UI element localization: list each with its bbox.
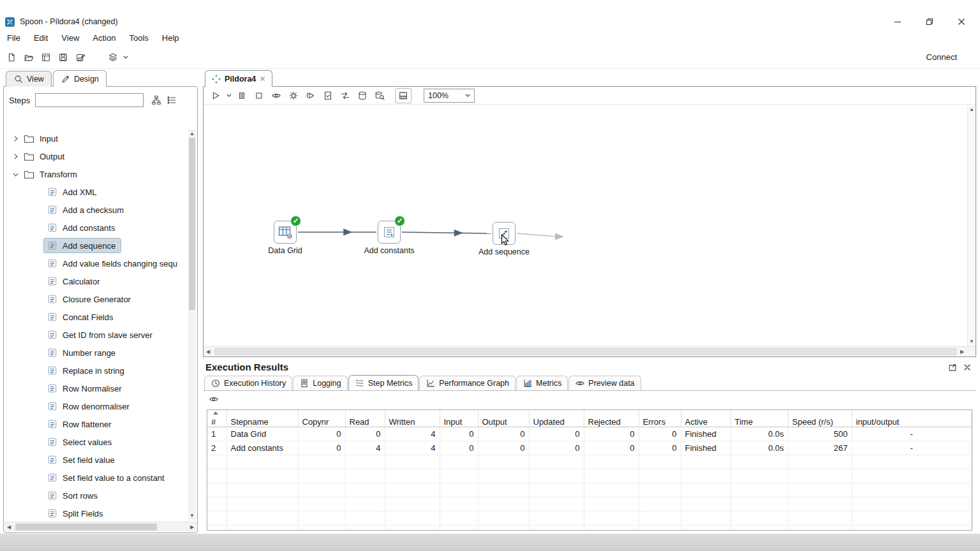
perspectives-caret-icon[interactable] (121, 49, 130, 66)
column-copynr[interactable]: Copynr (298, 410, 345, 427)
verify-button[interactable] (320, 88, 336, 103)
column-read[interactable]: Read (345, 410, 385, 427)
close-tab-icon[interactable] (260, 76, 265, 82)
column-updated[interactable]: Updated (529, 410, 584, 427)
chevron-down-icon[interactable] (11, 170, 20, 179)
perspectives-button[interactable] (104, 49, 121, 66)
debug-button[interactable] (285, 88, 302, 103)
save-as-button[interactable] (71, 49, 89, 66)
tree-item-sort-rows[interactable]: Sort rows (4, 487, 188, 504)
menu-file[interactable]: File (5, 32, 22, 44)
sidebar-vertical-scrollbar[interactable]: ▲ ▼ (188, 129, 196, 520)
step-node-add-constants[interactable]: ✓Add constants (360, 221, 418, 255)
column-output[interactable]: Output (478, 410, 529, 427)
scroll-down-icon[interactable]: ▼ (188, 511, 197, 520)
column-rejected[interactable]: Rejected (584, 410, 639, 427)
tree-item-replace-in-string[interactable]: Replace in string (4, 362, 188, 379)
tree-item-add-sequence[interactable]: Add sequence (4, 237, 188, 254)
metrics-row[interactable]: 2Add constants04400000Finished0.0s267- (207, 441, 972, 455)
scroll-right-icon[interactable]: ▶ (958, 348, 967, 356)
tree-item-get-id-from-slave-server[interactable]: Get ID from slave server (4, 326, 188, 344)
column-active[interactable]: Active (681, 410, 731, 427)
menu-view[interactable]: View (59, 32, 81, 44)
run-options-button[interactable] (225, 88, 233, 103)
scrollbar-thumb[interactable] (189, 138, 195, 310)
chevron-right-icon[interactable] (11, 152, 20, 161)
tree-item-concat-fields[interactable]: Concat Fields (4, 308, 188, 326)
results-tab-preview-data[interactable]: Preview data (568, 376, 641, 390)
tree-view-icon[interactable] (151, 95, 161, 105)
results-tab-execution-history[interactable]: Execution History (204, 376, 292, 390)
menu-edit[interactable]: Edit (32, 32, 50, 44)
column-errors[interactable]: Errors (639, 410, 681, 427)
column-[interactable]: # (207, 410, 226, 427)
show-results-button[interactable] (395, 88, 412, 103)
step-node-data-grid[interactable]: ✓Data Grid (256, 221, 314, 255)
results-maximize-icon[interactable] (947, 362, 958, 372)
connect-button[interactable]: Connect (926, 52, 957, 62)
tree-item-add-xml[interactable]: Add XML (4, 183, 188, 201)
explore-db-button[interactable] (371, 88, 388, 103)
column-written[interactable]: Written (385, 410, 440, 427)
tree-item-row-denormaliser[interactable]: Row denormaliser (4, 397, 188, 415)
tree-item-add-value-fields-changing-sequ[interactable]: Add value fields changing sequ (4, 254, 188, 272)
results-close-icon[interactable] (962, 362, 972, 372)
zoom-select[interactable]: 100% (424, 89, 475, 103)
restore-button[interactable] (914, 13, 946, 31)
tree-item-add-a-checksum[interactable]: Add a checksum (4, 201, 188, 219)
menu-tools[interactable]: Tools (127, 32, 150, 44)
tree-item-select-values[interactable]: Select values (4, 433, 188, 451)
step-node-box[interactable]: ✓ (378, 221, 401, 244)
results-tab-step-metrics[interactable]: Step Metrics (348, 375, 419, 390)
tree-item-calculator[interactable]: Calculator (4, 272, 188, 290)
open-file-button[interactable] (20, 49, 37, 66)
results-tab-logging[interactable]: Logging (293, 376, 348, 390)
sidebar-tab-design[interactable]: Design (53, 70, 107, 87)
column-stepname[interactable]: Stepname (226, 410, 298, 427)
step-node-box[interactable]: ✓ (274, 221, 297, 244)
tree-folder-output[interactable]: Output (4, 147, 188, 165)
preview-button[interactable] (268, 88, 285, 103)
scroll-right-icon[interactable]: ▶ (188, 523, 197, 532)
tree-item-set-field-value[interactable]: Set field value (4, 451, 188, 469)
tree-item-add-constants[interactable]: Add constants (4, 219, 188, 237)
column-input-output[interactable]: input/output (852, 410, 972, 427)
new-file-button[interactable] (3, 49, 20, 66)
steps-search-input[interactable] (35, 93, 144, 107)
menu-action[interactable]: Action (91, 32, 117, 44)
tree-item-number-range[interactable]: Number range (4, 344, 188, 362)
results-tab-metrics[interactable]: Metrics (516, 376, 568, 390)
list-view-icon[interactable] (167, 95, 177, 105)
tree-folder-transform[interactable]: Transform (4, 165, 188, 183)
transformation-canvas[interactable]: ✓Data Grid✓Add constantsAdd sequence (204, 105, 976, 346)
menu-help[interactable]: Help (160, 32, 181, 44)
save-button[interactable] (54, 49, 71, 66)
scroll-left-icon[interactable]: ◀ (204, 348, 212, 356)
stop-button[interactable] (251, 88, 267, 103)
pause-button[interactable] (234, 88, 250, 103)
tree-folder-input[interactable]: Input (4, 129, 188, 147)
explore-repository-button[interactable] (37, 49, 54, 66)
canvas-vertical-scrollbar[interactable]: ▲ ▼ (967, 105, 976, 346)
tree-item-row-normaliser[interactable]: Row Normaliser (4, 379, 188, 397)
replay-button[interactable] (302, 88, 319, 103)
scrollbar-thumb[interactable] (214, 348, 956, 355)
scroll-up-icon[interactable]: ▲ (188, 129, 197, 138)
eye-toggle-icon[interactable] (209, 394, 219, 404)
run-button[interactable] (207, 88, 224, 103)
column-speed-r-s[interactable]: Speed (r/s) (788, 410, 852, 427)
column-time[interactable]: Time (731, 410, 788, 427)
results-tab-performance-graph[interactable]: Performance Graph (419, 376, 516, 390)
scroll-down-icon[interactable]: ▼ (967, 337, 976, 346)
chevron-right-icon[interactable] (11, 135, 20, 143)
close-button[interactable] (946, 13, 977, 31)
column-input[interactable]: Input (440, 410, 478, 427)
tab-pildora4[interactable]: Píldora4 (205, 70, 272, 87)
scroll-left-icon[interactable]: ◀ (4, 523, 13, 532)
minimize-button[interactable] (882, 13, 914, 31)
scroll-up-icon[interactable]: ▲ (967, 105, 976, 114)
tree-item-split-fields[interactable]: Split Fields (4, 504, 188, 521)
tree-item-closure-generator[interactable]: Closure Generator (4, 290, 188, 308)
get-sql-button[interactable] (354, 88, 371, 103)
sidebar-tab-view[interactable]: View (6, 71, 52, 87)
